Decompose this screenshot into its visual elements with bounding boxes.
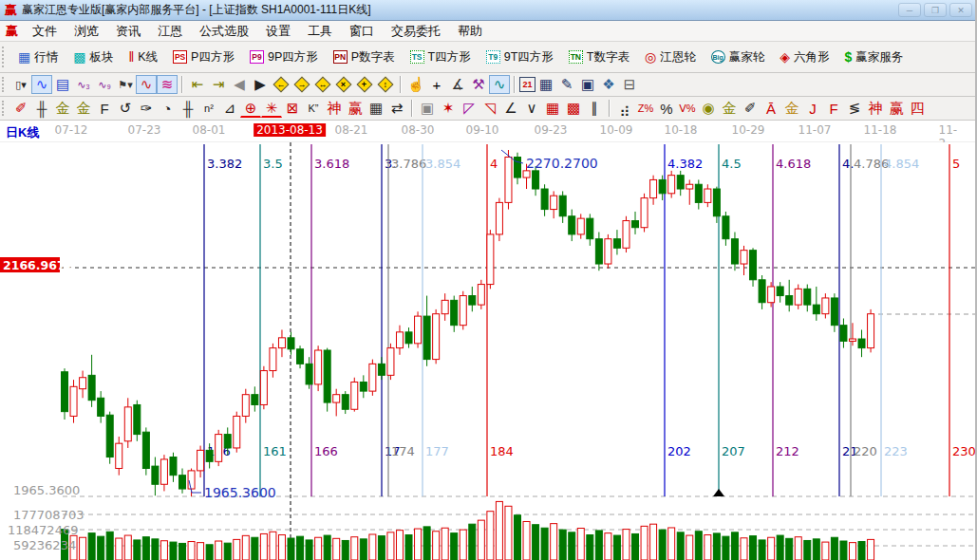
gold-bars-tool-2-icon[interactable]: 金: [73, 99, 94, 118]
crosshair-tool-icon[interactable]: +: [426, 75, 447, 94]
kline-button[interactable]: ‖K线: [121, 47, 165, 68]
menu-0[interactable]: 文件: [24, 21, 66, 42]
first-bar-button-icon[interactable]: ⇤: [187, 75, 208, 94]
angle-tool-icon[interactable]: ∡: [447, 75, 468, 94]
next-bar-button-icon[interactable]: ▶: [250, 75, 271, 94]
gold-yellow-tool-icon[interactable]: 金: [781, 99, 802, 118]
hand-tool-icon[interactable]: ☝: [405, 75, 426, 94]
menu-2[interactable]: 资讯: [107, 21, 149, 42]
minimize-button[interactable]: ─: [898, 3, 921, 17]
9p-square-button[interactable]: P99P四方形: [242, 47, 326, 68]
menu-6[interactable]: 工具: [299, 21, 341, 42]
shift-left-diamond-icon[interactable]: ←: [271, 75, 291, 94]
trend-angle-tool-icon[interactable]: ∠: [500, 99, 521, 118]
gold-bars-tool-1-icon[interactable]: 金: [52, 99, 73, 118]
menu-3[interactable]: 江恩: [149, 21, 191, 42]
tick-comb-tool-2-icon[interactable]: ╫: [178, 99, 198, 118]
a-lines-tool-icon[interactable]: Ā: [761, 99, 781, 118]
calendar-tool-icon[interactable]: 21: [519, 77, 535, 92]
j-lines-tool-icon[interactable]: J: [802, 99, 823, 118]
v-percent-tool-icon[interactable]: Ⅴ%: [677, 99, 698, 118]
winner-service-button[interactable]: $赢家服务: [836, 47, 911, 68]
ying-lines-tool-icon[interactable]: 赢: [886, 99, 907, 118]
compare-lines-tool-icon[interactable]: ≶: [844, 99, 865, 118]
pen-tool-icon[interactable]: ✐: [10, 99, 31, 118]
cycle-circle-tool-icon[interactable]: ◔: [157, 99, 178, 118]
gann-web-tool-icon[interactable]: ✳: [261, 99, 282, 118]
menu-5[interactable]: 设置: [257, 21, 299, 42]
9t-square-button[interactable]: T99T四方形: [479, 47, 561, 68]
flag-marker-dropdown-icon[interactable]: ⚑▾: [115, 75, 136, 94]
si-lines-tool-icon[interactable]: 四: [907, 99, 928, 118]
prev-bar-button-icon[interactable]: ◀: [229, 75, 250, 94]
menu-4[interactable]: 公式选股: [191, 21, 257, 42]
print-tool-icon[interactable]: ⊟: [619, 75, 640, 94]
shift-right-diamond-icon[interactable]: →: [291, 75, 312, 94]
f-lines-tool-icon[interactable]: F: [823, 99, 844, 118]
gold-circle-tool-icon[interactable]: ◉: [698, 99, 719, 118]
red-grid-bar-tool-icon[interactable]: ▩: [563, 99, 584, 118]
menu-7[interactable]: 窗口: [341, 21, 383, 42]
hexagon-button[interactable]: ◈六角形: [772, 47, 836, 68]
percent-tool-icon[interactable]: %: [656, 99, 677, 118]
winner-wheel-button[interactable]: Big赢家轮: [704, 47, 773, 68]
fan-rays-tool-icon[interactable]: ✶: [438, 99, 459, 118]
wave-3-tool-icon[interactable]: ∿₃: [73, 75, 94, 94]
pen-bars-tool-icon[interactable]: ✐: [740, 99, 761, 118]
close-button[interactable]: ✕: [949, 3, 972, 17]
teal-draw-tool-icon[interactable]: ∿: [489, 75, 510, 94]
gann-wheel-button[interactable]: ◎江恩轮: [637, 47, 704, 68]
calculator-tool-icon[interactable]: ▦: [535, 75, 556, 94]
red-grid-tool-icon[interactable]: ▦: [542, 99, 563, 118]
window-grid-tool-icon[interactable]: ▣: [417, 99, 438, 118]
tick-comb-tool-icon[interactable]: ╫: [31, 99, 52, 118]
grid-123-tool-icon[interactable]: ▦: [366, 99, 386, 118]
fan-square-tool-icon[interactable]: ◸: [459, 99, 479, 118]
k-prime-tool-icon[interactable]: K”: [303, 99, 324, 118]
p-number-table-button[interactable]: PNP数字表: [326, 47, 403, 68]
gann-tools-icon[interactable]: ⚒: [468, 75, 489, 94]
maximize-button[interactable]: ❐: [924, 3, 947, 17]
p-square-button[interactable]: PSP四方形: [165, 47, 242, 68]
z-percent-tool-icon[interactable]: Z%: [635, 99, 656, 118]
bar-stats-tool-icon[interactable]: ⣴: [614, 99, 635, 118]
spiral-tool-icon[interactable]: ↺: [115, 99, 136, 118]
red-draw-tool-icon[interactable]: ∿: [136, 75, 157, 94]
v-lines-tool-icon[interactable]: ∨: [521, 99, 542, 118]
sectors-button[interactable]: ▩板块: [66, 47, 121, 68]
save-tool-icon[interactable]: ▣: [577, 75, 598, 94]
menu-9[interactable]: 帮助: [449, 21, 491, 42]
pen-ruler-tool-icon[interactable]: ✑: [136, 99, 157, 118]
gann-web-square-tool-icon[interactable]: ⊠: [282, 99, 303, 118]
candle-style-dropdown-icon[interactable]: ▯▾: [10, 75, 31, 94]
info-panel-icon[interactable]: ▤: [52, 75, 73, 94]
candlestick-chart[interactable]: 3.3821563.51613.6181663.173.7861743.8541…: [0, 142, 977, 560]
compress-diamond-icon[interactable]: ×: [333, 75, 354, 94]
angle-line-tool-icon[interactable]: ⊿: [219, 99, 240, 118]
zigzag-draw-tool-icon[interactable]: ∿: [31, 75, 52, 94]
menu-8[interactable]: 交易委托: [383, 21, 449, 42]
t-square-button[interactable]: TST四方形: [403, 47, 479, 68]
n-squared-tool-icon[interactable]: n²: [198, 99, 219, 118]
fan-box-tool-icon[interactable]: ◹: [479, 99, 500, 118]
f-bars-tool-icon[interactable]: F: [94, 99, 115, 118]
last-bar-button-icon[interactable]: ⇥: [208, 75, 229, 94]
menu-1[interactable]: 浏览: [66, 21, 107, 42]
t-number-table-button[interactable]: TNT数字表: [561, 47, 637, 68]
memo-tool-icon[interactable]: ✎: [556, 75, 577, 94]
colored-histogram-tool-icon[interactable]: ≋: [157, 75, 178, 94]
expand-v-diamond-icon[interactable]: ↕: [375, 75, 396, 94]
expand-h-diamond-icon[interactable]: ↔: [312, 75, 333, 94]
expand-all-diamond-icon[interactable]: +: [354, 75, 375, 94]
chart-area[interactable]: 3.3821563.51613.6181663.173.7861743.8541…: [0, 142, 977, 560]
h-arrows-tool-icon[interactable]: ⇄: [386, 99, 407, 118]
ying-tool-icon[interactable]: 赢: [345, 99, 366, 118]
shen-lines-tool-icon[interactable]: 神: [865, 99, 886, 118]
wave-9-tool-icon[interactable]: ∿₉: [94, 75, 115, 94]
gold-lines-tool-icon[interactable]: 金: [719, 99, 740, 118]
network-tool-icon[interactable]: ❖: [598, 75, 619, 94]
quotes-button[interactable]: ▦行情: [10, 47, 66, 68]
gann-circle-tool-icon[interactable]: ⊕: [240, 99, 261, 118]
parallel-lines-tool-icon[interactable]: ∥: [584, 99, 605, 118]
shen-tool-icon[interactable]: 神: [324, 99, 345, 118]
